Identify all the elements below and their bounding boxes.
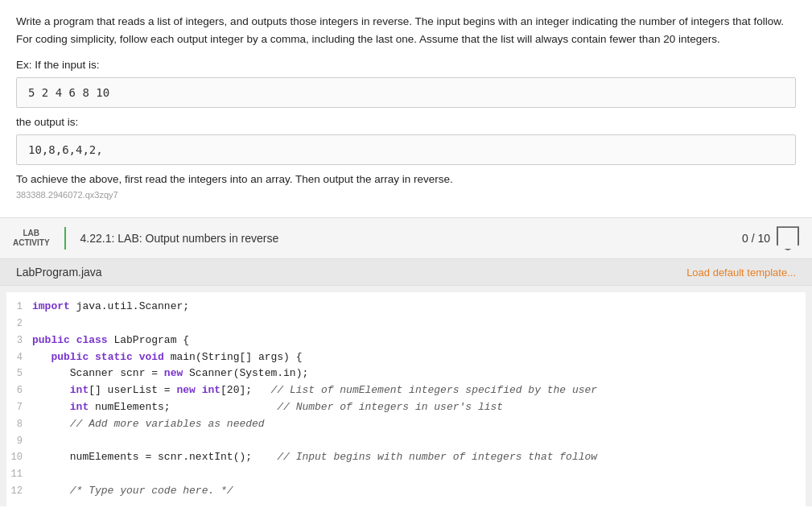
code-line-4: 4 public static void main(String[] args)…	[6, 349, 806, 366]
editor-header: LabProgram.java Load default template...	[0, 259, 812, 286]
output-example-text: 10,8,6,4,2,	[28, 143, 103, 156]
input-example-text: 5 2 4 6 8 10	[28, 86, 109, 99]
output-example-box: 10,8,6,4,2,	[16, 134, 796, 165]
editor-section: LabProgram.java Load default template...…	[0, 259, 812, 506]
load-template-link[interactable]: Load default template...	[686, 266, 796, 279]
achieve-text: To achieve the above, first read the int…	[16, 173, 796, 185]
description-section: Write a program that reads a list of int…	[0, 0, 812, 217]
lab-title: 4.22.1: LAB: Output numbers in reverse	[80, 232, 279, 245]
code-line-5: 5 Scanner scnr = new Scanner(System.in);	[6, 365, 806, 382]
lab-score: 0 / 10	[742, 226, 799, 250]
lab-activity-bar: LAB ACTIVITY 4.22.1: LAB: Output numbers…	[0, 217, 812, 259]
code-line-12: 12 /* Type your code here. */	[6, 483, 806, 500]
score-badge	[777, 226, 799, 250]
page-container: Write a program that reads a list of int…	[0, 0, 812, 512]
code-line-6: 6 int[] userList = new int[20]; // List …	[6, 382, 806, 399]
code-line-7: 7 int numElements; // Number of integers…	[6, 399, 806, 416]
description-text: Write a program that reads a list of int…	[16, 13, 796, 47]
example-intro: Ex: If the input is:	[16, 59, 796, 71]
code-line-10: 10 numElements = scnr.nextInt(); // Inpu…	[6, 449, 806, 466]
lab-label: LAB ACTIVITY	[13, 229, 50, 248]
lab-activity-left: LAB ACTIVITY 4.22.1: LAB: Output numbers…	[13, 227, 278, 250]
editor-filename: LabProgram.java	[16, 266, 102, 279]
input-example-box: 5 2 4 6 8 10	[16, 77, 796, 108]
session-id: 383388.2946072.qx3zqy7	[16, 190, 796, 200]
code-line-11: 11	[6, 466, 806, 483]
code-line-8: 8 // Add more variables as needed	[6, 416, 806, 433]
code-line-2: 2	[6, 316, 806, 332]
code-line-3: 3 public class LabProgram {	[6, 332, 806, 349]
code-line-9: 9	[6, 433, 806, 450]
code-line-1: 1 import java.util.Scanner;	[6, 299, 806, 316]
score-text: 0 / 10	[742, 232, 770, 245]
lab-divider	[64, 227, 66, 250]
code-editor[interactable]: 1 import java.util.Scanner; 2 3 public c…	[6, 292, 806, 506]
output-label: the output is:	[16, 116, 796, 128]
